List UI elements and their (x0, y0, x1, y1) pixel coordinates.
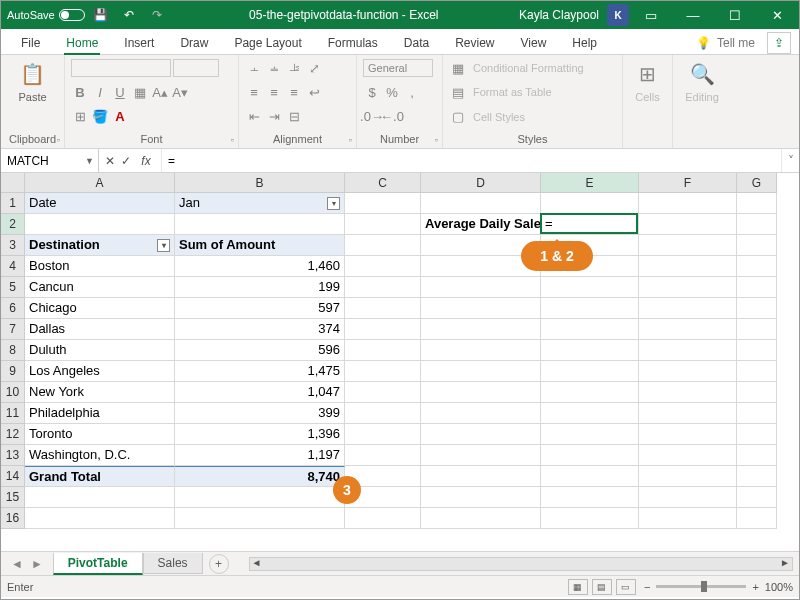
cell-A13[interactable]: Washington, D.C. (25, 445, 175, 466)
row-header-14[interactable]: 14 (1, 466, 25, 487)
cell-B15[interactable] (175, 487, 345, 508)
filter-icon[interactable]: ▾ (157, 239, 170, 252)
cell-styles-button[interactable]: Cell Styles (473, 111, 525, 123)
cell-E2[interactable]: = (541, 214, 639, 235)
editing-button[interactable]: 🔍 Editing (679, 59, 725, 103)
cell-A8[interactable]: Duluth (25, 340, 175, 361)
cell-A1[interactable]: Date (25, 193, 175, 214)
align-bottom-icon[interactable]: ⫡ (285, 59, 303, 77)
cell-G14[interactable] (737, 466, 777, 487)
cell-D15[interactable] (421, 487, 541, 508)
conditional-formatting-icon[interactable]: ▦ (449, 59, 467, 77)
cell-E15[interactable] (541, 487, 639, 508)
row-header-15[interactable]: 15 (1, 487, 25, 508)
cell-G6[interactable] (737, 298, 777, 319)
comma-icon[interactable]: , (403, 83, 421, 101)
dialog-launcher-icon[interactable]: ▫ (349, 135, 352, 145)
enter-formula-icon[interactable]: ✓ (121, 154, 131, 168)
wrap-text-icon[interactable]: ↩ (305, 83, 323, 101)
sheet-tab-pivottable[interactable]: PivotTable (53, 553, 143, 575)
fx-icon[interactable]: fx (137, 154, 155, 168)
cell-A9[interactable]: Los Angeles (25, 361, 175, 382)
new-sheet-button[interactable]: + (209, 554, 229, 574)
undo-icon[interactable]: ↶ (117, 3, 141, 27)
chevron-down-icon[interactable]: ▼ (85, 156, 94, 166)
normal-view-icon[interactable]: ▦ (568, 579, 588, 595)
tab-data[interactable]: Data (392, 32, 441, 54)
underline-icon[interactable]: U (111, 83, 129, 101)
cell-E12[interactable] (541, 424, 639, 445)
cell-D16[interactable] (421, 508, 541, 529)
align-right-icon[interactable]: ≡ (285, 83, 303, 101)
cell-C10[interactable] (345, 382, 421, 403)
dialog-launcher-icon[interactable]: ▫ (231, 135, 234, 145)
cell-D10[interactable] (421, 382, 541, 403)
cell-G7[interactable] (737, 319, 777, 340)
cancel-formula-icon[interactable]: ✕ (105, 154, 115, 168)
cell-C1[interactable] (345, 193, 421, 214)
shrink-font-icon[interactable]: A▾ (171, 83, 189, 101)
cell-B2[interactable] (175, 214, 345, 235)
col-header-C[interactable]: C (345, 173, 421, 193)
cell-G5[interactable] (737, 277, 777, 298)
cell-D5[interactable] (421, 277, 541, 298)
cell-C11[interactable] (345, 403, 421, 424)
cell-G1[interactable] (737, 193, 777, 214)
cell-G8[interactable] (737, 340, 777, 361)
cell-E7[interactable] (541, 319, 639, 340)
decrease-decimal-icon[interactable]: ←.0 (383, 108, 401, 126)
name-box[interactable]: MATCH ▼ (1, 149, 99, 172)
cell-C6[interactable] (345, 298, 421, 319)
horizontal-scrollbar[interactable] (249, 557, 793, 571)
tab-formulas[interactable]: Formulas (316, 32, 390, 54)
cell-D11[interactable] (421, 403, 541, 424)
cell-F9[interactable] (639, 361, 737, 382)
cell-D9[interactable] (421, 361, 541, 382)
cell-D2[interactable]: Average Daily Sales (421, 214, 541, 235)
row-header-11[interactable]: 11 (1, 403, 25, 424)
cell-B10[interactable]: 1,047 (175, 382, 345, 403)
font-name-select[interactable] (71, 59, 171, 77)
cell-A15[interactable] (25, 487, 175, 508)
cell-A16[interactable] (25, 508, 175, 529)
cell-D6[interactable] (421, 298, 541, 319)
cell-A14[interactable]: Grand Total (25, 466, 175, 487)
cell-F11[interactable] (639, 403, 737, 424)
cell-G9[interactable] (737, 361, 777, 382)
col-header-F[interactable]: F (639, 173, 737, 193)
tab-file[interactable]: File (9, 32, 52, 54)
cell-G15[interactable] (737, 487, 777, 508)
cell-B8[interactable]: 596 (175, 340, 345, 361)
cell-B4[interactable]: 1,460 (175, 256, 345, 277)
tab-draw[interactable]: Draw (168, 32, 220, 54)
tab-review[interactable]: Review (443, 32, 506, 54)
format-as-table-button[interactable]: Format as Table (473, 86, 552, 98)
percent-icon[interactable]: % (383, 83, 401, 101)
merge-icon[interactable]: ⊟ (285, 108, 303, 126)
cell-A3[interactable]: Destination▾ (25, 235, 175, 256)
cell-C3[interactable] (345, 235, 421, 256)
cell-D12[interactable] (421, 424, 541, 445)
close-icon[interactable]: ✕ (757, 1, 797, 29)
share-icon[interactable]: ⇪ (767, 32, 791, 54)
cell-G16[interactable] (737, 508, 777, 529)
cell-F3[interactable] (639, 235, 737, 256)
cell-F12[interactable] (639, 424, 737, 445)
tellme-search[interactable]: 💡 Tell me ⇪ (696, 32, 799, 54)
sheet-tab-sales[interactable]: Sales (143, 553, 203, 574)
cell-F1[interactable] (639, 193, 737, 214)
cell-B13[interactable]: 1,197 (175, 445, 345, 466)
number-format-select[interactable]: General (363, 59, 433, 77)
save-icon[interactable]: 💾 (89, 3, 113, 27)
cell-B3[interactable]: Sum of Amount (175, 235, 345, 256)
row-header-6[interactable]: 6 (1, 298, 25, 319)
cell-C2[interactable] (345, 214, 421, 235)
cell-B16[interactable] (175, 508, 345, 529)
cell-F10[interactable] (639, 382, 737, 403)
cell-C16[interactable] (345, 508, 421, 529)
decrease-indent-icon[interactable]: ⇤ (245, 108, 263, 126)
cell-F5[interactable] (639, 277, 737, 298)
font-color-icon[interactable]: A (111, 108, 129, 126)
expand-formula-icon[interactable]: ˅ (781, 149, 799, 172)
cell-D13[interactable] (421, 445, 541, 466)
